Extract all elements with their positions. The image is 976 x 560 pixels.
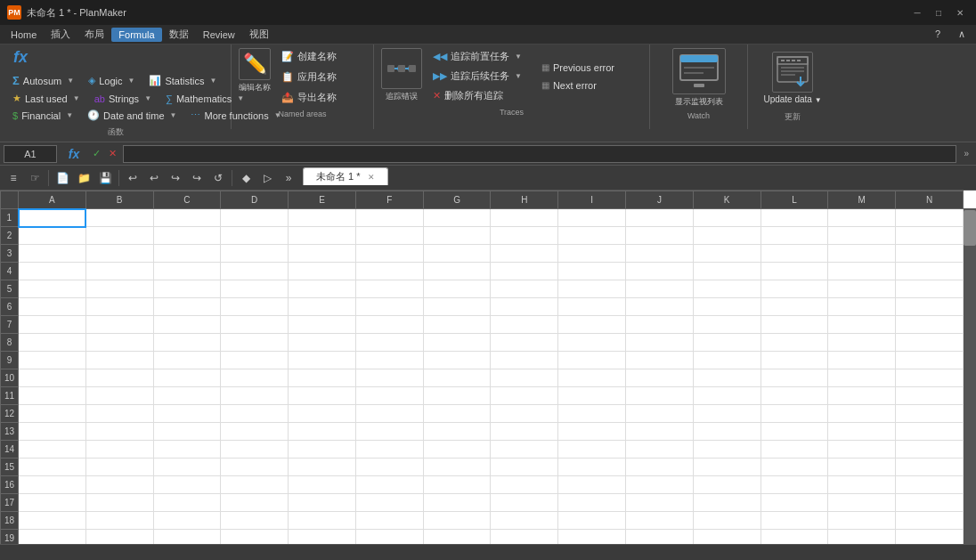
cell-A3[interactable]	[19, 245, 86, 263]
cell-J18[interactable]	[626, 512, 694, 530]
cell-B4[interactable]	[85, 263, 153, 280]
cell-I8[interactable]	[558, 334, 626, 352]
strings-button[interactable]: ab Strings ▼	[89, 92, 157, 106]
cell-N19[interactable]	[896, 530, 964, 545]
cell-C5[interactable]	[153, 280, 221, 298]
cell-A19[interactable]	[19, 530, 86, 545]
trace-after-button[interactable]: ▶▶ 追踪后续任务 ▼	[427, 68, 527, 85]
cell-J17[interactable]	[626, 494, 694, 512]
cell-F10[interactable]	[355, 369, 423, 387]
cell-D12[interactable]	[221, 405, 289, 423]
cell-B14[interactable]	[85, 441, 153, 459]
cell-C14[interactable]	[153, 441, 221, 459]
cell-J7[interactable]	[626, 316, 694, 334]
toolbar-menu-button[interactable]: ≡	[4, 168, 23, 188]
cell-C1[interactable]	[153, 209, 221, 227]
cell-M19[interactable]	[828, 530, 896, 545]
cell-I6[interactable]	[558, 298, 626, 316]
cell-I2[interactable]	[558, 227, 626, 245]
cell-M17[interactable]	[828, 494, 896, 512]
cell-B17[interactable]	[85, 494, 153, 512]
cell-B10[interactable]	[85, 369, 153, 387]
cell-C17[interactable]	[153, 494, 221, 512]
cell-K11[interactable]	[693, 387, 760, 405]
menu-home[interactable]: Home	[4, 28, 44, 42]
cell-D16[interactable]	[221, 476, 289, 494]
export-name-button[interactable]: 📤 导出名称	[276, 89, 342, 106]
col-header-C[interactable]: C	[153, 191, 221, 209]
col-header-M[interactable]: M	[828, 191, 896, 209]
cell-N14[interactable]	[896, 441, 964, 459]
cell-J5[interactable]	[626, 280, 694, 298]
toolbar-play-button[interactable]: ▷	[257, 168, 277, 188]
cell-E5[interactable]	[289, 280, 356, 298]
cell-A8[interactable]	[19, 334, 86, 352]
cell-K12[interactable]	[693, 405, 760, 423]
cell-B11[interactable]	[85, 387, 153, 405]
remove-all-traces-button[interactable]: ✕ 删除所有追踪	[427, 87, 527, 104]
cell-J3[interactable]	[626, 245, 694, 263]
cell-L9[interactable]	[760, 352, 828, 369]
cell-F18[interactable]	[355, 512, 423, 530]
cell-M5[interactable]	[828, 280, 896, 298]
cell-B7[interactable]	[85, 316, 153, 334]
cell-B9[interactable]	[85, 352, 153, 369]
cell-F17[interactable]	[355, 494, 423, 512]
cell-N6[interactable]	[896, 298, 964, 316]
cell-J10[interactable]	[626, 369, 694, 387]
cell-F2[interactable]	[355, 227, 423, 245]
cell-A14[interactable]	[19, 441, 86, 459]
create-name-button[interactable]: 📝 创建名称	[276, 48, 342, 65]
sheet-tab-close-icon[interactable]: ✕	[368, 173, 375, 182]
cell-A1[interactable]	[19, 209, 86, 227]
cell-D1[interactable]	[221, 209, 289, 227]
cell-C10[interactable]	[153, 369, 221, 387]
cell-F19[interactable]	[355, 530, 423, 545]
cell-E6[interactable]	[289, 298, 356, 316]
cell-F1[interactable]	[355, 209, 423, 227]
cell-N8[interactable]	[896, 334, 964, 352]
cell-A9[interactable]	[19, 352, 86, 369]
cell-E13[interactable]	[289, 423, 356, 441]
cell-A15[interactable]	[19, 459, 86, 476]
cell-A16[interactable]	[19, 476, 86, 494]
cell-L7[interactable]	[760, 316, 828, 334]
cell-C19[interactable]	[153, 530, 221, 545]
cell-H13[interactable]	[491, 423, 558, 441]
cell-H18[interactable]	[491, 512, 558, 530]
cell-G2[interactable]	[423, 227, 491, 245]
cell-N4[interactable]	[896, 263, 964, 280]
cell-M10[interactable]	[828, 369, 896, 387]
cell-G7[interactable]	[423, 316, 491, 334]
cell-D7[interactable]	[221, 316, 289, 334]
cell-K1[interactable]	[693, 209, 760, 227]
close-button[interactable]: ✕	[951, 5, 969, 20]
cell-F7[interactable]	[355, 316, 423, 334]
cell-M1[interactable]	[828, 209, 896, 227]
col-header-F[interactable]: F	[355, 191, 423, 209]
cell-E4[interactable]	[289, 263, 356, 280]
menu-data[interactable]: 数据	[162, 26, 196, 43]
cell-D8[interactable]	[221, 334, 289, 352]
cell-C11[interactable]	[153, 387, 221, 405]
cell-N1[interactable]	[896, 209, 964, 227]
sheet-tab-active[interactable]: 未命名 1 * ✕	[303, 167, 388, 185]
toolbar-redo-button[interactable]: ↪	[166, 168, 185, 188]
cell-H6[interactable]	[491, 298, 558, 316]
cell-F8[interactable]	[355, 334, 423, 352]
cell-F15[interactable]	[355, 459, 423, 476]
cell-H4[interactable]	[491, 263, 558, 280]
cell-I10[interactable]	[558, 369, 626, 387]
cell-N7[interactable]	[896, 316, 964, 334]
cell-N15[interactable]	[896, 459, 964, 476]
cell-G3[interactable]	[423, 245, 491, 263]
cell-C15[interactable]	[153, 459, 221, 476]
cell-A13[interactable]	[19, 423, 86, 441]
toolbar-redo2-button[interactable]: ↪	[187, 168, 207, 188]
cell-E18[interactable]	[289, 512, 356, 530]
toolbar-undo2-button[interactable]: ↩	[144, 168, 164, 188]
cell-J19[interactable]	[626, 530, 694, 545]
cell-M8[interactable]	[828, 334, 896, 352]
cell-reference-box[interactable]	[4, 145, 57, 163]
cell-B6[interactable]	[85, 298, 153, 316]
